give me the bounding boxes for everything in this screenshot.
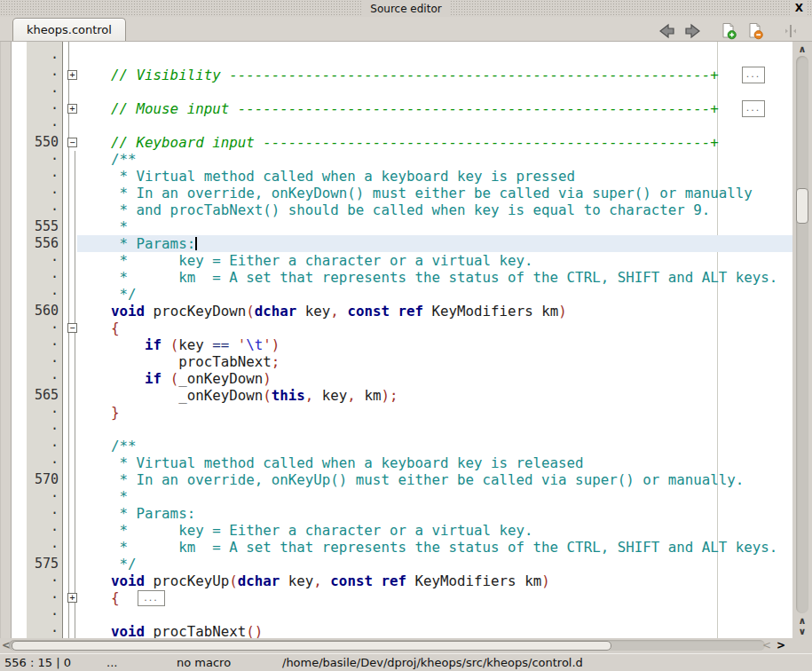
code-text[interactable]: void procKeyUp(dchar key, const ref KeyM… <box>77 572 550 589</box>
code-line[interactable]: · void procKeyUp(dchar key, const ref Ke… <box>0 572 792 589</box>
code-line[interactable]: · * Virtual method called when a keyboar… <box>0 454 792 471</box>
fold-toggle-icon[interactable]: − <box>67 323 77 333</box>
code-text[interactable]: // Visibility --------------------------… <box>77 67 719 83</box>
code-text[interactable]: * km = A set that represents the status … <box>77 539 777 556</box>
code-line[interactable]: · if (key == '\t') <box>0 336 792 353</box>
code-text[interactable]: void procTabNext() <box>77 623 263 638</box>
split-view-button[interactable] <box>780 22 801 40</box>
code-text[interactable]: { <box>77 320 120 336</box>
line-dot: · <box>27 185 60 201</box>
code-line[interactable]: 575 */ <box>0 556 792 572</box>
close-document-button[interactable] <box>745 22 766 40</box>
code-text[interactable]: * In an override, onKeyUp() must either … <box>77 471 744 488</box>
scroll-up-bottom-icon[interactable]: ∧ <box>792 616 812 626</box>
line-number: 556 <box>27 235 60 252</box>
code-text[interactable]: { <box>77 589 120 606</box>
code-line[interactable]: · * key = Either a character or a virtua… <box>0 252 792 269</box>
code-line[interactable]: · */ <box>0 286 792 303</box>
horizontal-scroll-thumb[interactable] <box>12 641 611 651</box>
code-text[interactable]: * Virtual method called when a keyboard … <box>77 168 575 185</box>
code-line[interactable]: · <box>0 117 792 134</box>
code-line[interactable]: 565 _onKeyDown(this, key, km); <box>0 387 792 404</box>
vertical-scroll-thumb[interactable] <box>796 188 808 224</box>
vertical-scroll-track[interactable] <box>796 56 808 613</box>
fold-toggle-icon[interactable]: + <box>67 70 77 80</box>
fold-toggle-icon[interactable]: + <box>67 104 77 114</box>
code-line[interactable]: · * Virtual method called when a keyboar… <box>0 168 792 185</box>
folded-code-box[interactable]: ... <box>742 67 765 83</box>
code-line[interactable]: · /** <box>0 151 792 168</box>
code-line[interactable]: · <box>0 606 792 623</box>
code-text[interactable]: * In an override, onKeyDown() must eithe… <box>77 185 753 201</box>
code-line[interactable]: · * Params: <box>0 505 792 522</box>
horizontal-scrollbar[interactable]: < < > <box>0 638 792 653</box>
code-line[interactable]: · * In an override, onKeyDown() must eit… <box>0 185 792 201</box>
code-line[interactable]: · <box>0 50 792 67</box>
fold-toggle-icon[interactable]: + <box>67 593 77 603</box>
code-text[interactable]: * <box>77 218 128 235</box>
code-text[interactable]: /** <box>77 438 137 454</box>
code-line[interactable]: ·+ {... <box>0 589 792 606</box>
code-text[interactable]: * key = Either a character or a virtual … <box>77 522 533 539</box>
code-text[interactable]: * km = A set that represents the status … <box>77 269 777 286</box>
tab-kheops-control[interactable]: kheops.control <box>12 18 126 41</box>
line-dot: · <box>27 83 60 100</box>
line-number: 560 <box>27 303 60 320</box>
back-button[interactable] <box>656 22 677 40</box>
scroll-down-icon[interactable]: ∨ <box>792 627 812 636</box>
code-line[interactable]: · } <box>0 404 792 421</box>
code-line[interactable]: · if (_onKeyDown) <box>0 370 792 387</box>
code-text[interactable]: if (key == '\t') <box>77 336 280 353</box>
scroll-left-end-icon[interactable]: < <box>762 639 771 652</box>
line-dot: · <box>27 336 60 353</box>
code-line[interactable]: 555 * <box>0 218 792 235</box>
code-line[interactable]: 570 * In an override, onKeyUp() must eit… <box>0 471 792 488</box>
code-text[interactable]: // Mouse input -------------------------… <box>77 100 719 117</box>
folded-code-box[interactable]: ... <box>742 100 765 117</box>
forward-button[interactable] <box>682 22 704 40</box>
code-text[interactable]: * <box>77 488 128 505</box>
code-text[interactable]: } <box>77 404 120 421</box>
code-line[interactable]: · * key = Either a character or a virtua… <box>0 522 792 539</box>
code-text[interactable]: if (_onKeyDown) <box>77 370 272 387</box>
fold-toggle-icon[interactable]: − <box>67 138 77 147</box>
code-line[interactable]: ·+ // Visibility -----------------------… <box>0 67 792 83</box>
code-line[interactable]: ·− { <box>0 320 792 336</box>
line-dot: · <box>27 488 60 505</box>
code-text[interactable]: * Params: <box>77 505 195 522</box>
code-text[interactable]: procTabNext; <box>77 353 280 370</box>
code-line[interactable]: · * and procTabNext() should be called w… <box>0 201 792 218</box>
code-line[interactable]: · * km = A set that represents the statu… <box>0 539 792 556</box>
code-line[interactable]: · * <box>0 488 792 505</box>
code-text[interactable]: * Virtual method called when a keyboard … <box>77 454 584 471</box>
code-line[interactable]: · <box>0 83 792 100</box>
line-number: 550 <box>27 134 60 151</box>
new-document-button[interactable] <box>718 22 739 40</box>
scroll-right-icon[interactable]: > <box>777 639 785 652</box>
code-text[interactable]: /** <box>77 151 137 168</box>
code-text[interactable]: * and procTabNext() should be called whe… <box>77 201 710 218</box>
code-line[interactable]: · <box>0 421 792 438</box>
code-editor[interactable]: ··+ // Visibility ----------------------… <box>0 42 792 638</box>
code-line[interactable]: 560 void procKeyDown(dchar key, const re… <box>0 303 792 320</box>
code-text[interactable]: */ <box>77 286 137 303</box>
folded-code-box[interactable]: ... <box>138 590 165 606</box>
code-text[interactable]: _onKeyDown(this, key, km); <box>77 387 398 404</box>
code-line[interactable]: · /** <box>0 438 792 454</box>
code-line[interactable]: · * km = A set that represents the statu… <box>0 269 792 286</box>
scroll-up-icon[interactable]: ∧ <box>792 44 812 54</box>
code-text[interactable]: void procKeyDown(dchar key, const ref Ke… <box>77 303 567 320</box>
code-text[interactable]: */ <box>77 556 137 572</box>
titlebar: Source editor X <box>0 0 812 17</box>
code-line[interactable]: 556 * Params: <box>0 235 792 252</box>
code-line[interactable]: · procTabNext; <box>0 353 792 370</box>
new-document-icon <box>720 22 737 40</box>
code-line[interactable]: · void procTabNext() <box>0 623 792 638</box>
code-line[interactable]: 550− // Keyboard input -----------------… <box>0 134 792 151</box>
code-text[interactable]: * key = Either a character or a virtual … <box>77 252 533 269</box>
vertical-scrollbar[interactable]: ∧ ∧ ∨ <box>792 42 812 638</box>
close-icon[interactable]: X <box>792 1 807 16</box>
code-text[interactable]: * Params: <box>77 235 792 252</box>
code-line[interactable]: ·+ // Mouse input ----------------------… <box>0 100 792 117</box>
code-text[interactable]: // Keyboard input ----------------------… <box>77 134 719 151</box>
